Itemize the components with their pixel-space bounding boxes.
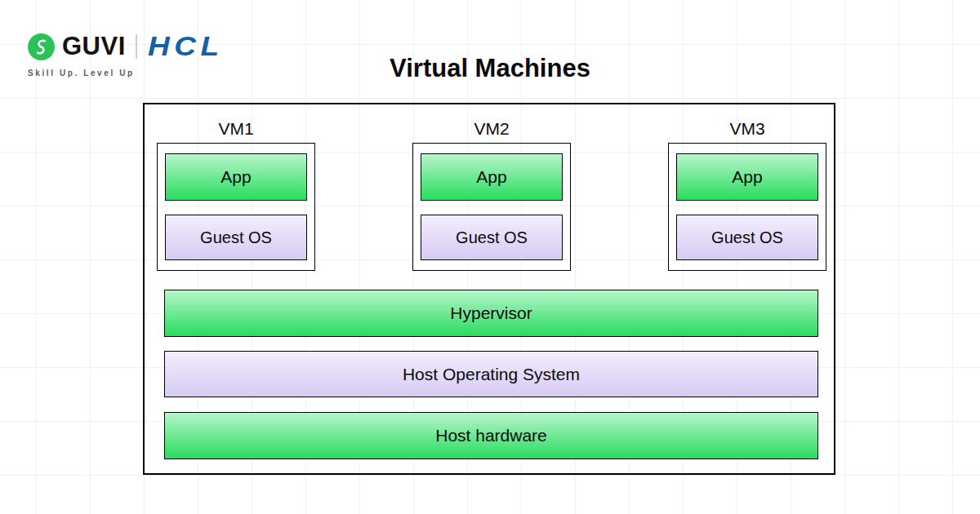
- vm1-column: VM1 App Guest OS: [157, 119, 315, 271]
- hypervisor-layer: Hypervisor: [164, 290, 818, 337]
- host-operating-system-layer: Host Operating System: [164, 351, 818, 397]
- vm3-box: App Guest OS: [668, 143, 826, 271]
- vm3-label: VM3: [668, 119, 826, 139]
- page-title: Virtual Machines: [0, 54, 980, 83]
- vm-architecture-container: VM1 App Guest OS VM2 App Guest OS VM3 Ap…: [143, 103, 835, 475]
- vm2-guest-os-layer: Guest OS: [421, 215, 563, 260]
- vm3-column: VM3 App Guest OS: [668, 119, 826, 271]
- host-hardware-layer: Host hardware: [164, 412, 818, 459]
- vm1-label: VM1: [157, 119, 315, 139]
- vm2-label: VM2: [412, 119, 571, 139]
- page: { "header": { "logo": { "icon": "guvi-ci…: [0, 0, 980, 514]
- vm2-column: VM2 App Guest OS: [412, 119, 571, 271]
- vm2-box: App Guest OS: [412, 143, 571, 271]
- vm1-app-layer: App: [165, 153, 307, 201]
- vm2-app-layer: App: [421, 153, 563, 201]
- vm3-guest-os-layer: Guest OS: [676, 215, 818, 260]
- vm1-box: App Guest OS: [157, 143, 315, 271]
- vm1-guest-os-layer: Guest OS: [165, 215, 307, 260]
- vm3-app-layer: App: [676, 153, 818, 201]
